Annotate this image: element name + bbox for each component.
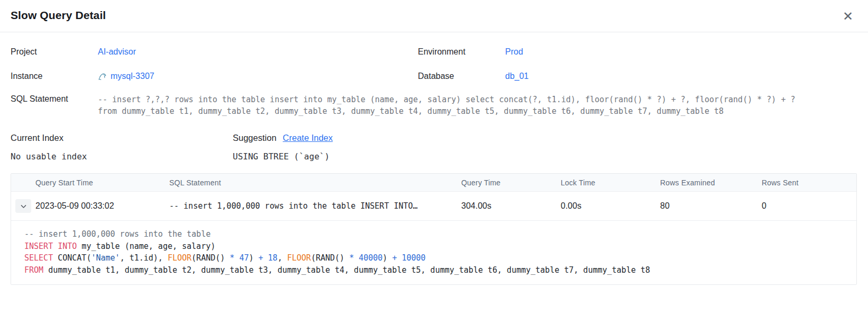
table-row: 2023-05-09 00:33:02 -- insert 1,000,000 … (11, 192, 856, 221)
cell-query-time: 304.00s (461, 201, 561, 211)
mysql-dolphin-icon (98, 72, 107, 81)
cell-rows-examined: 80 (660, 201, 762, 211)
index-section: Current Index Suggestion Create Index No… (11, 133, 857, 162)
cell-lock-time: 0.00s (561, 201, 660, 211)
sql-statement-label: SQL Statement (11, 94, 98, 104)
create-index-link[interactable]: Create Index (283, 133, 333, 143)
dialog-header: Slow Query Detail ✕ (0, 0, 868, 32)
project-link[interactable]: AI-advisor (98, 47, 418, 57)
close-icon[interactable]: ✕ (840, 9, 855, 24)
suggestion-label: Suggestion (233, 133, 277, 143)
suggestion-value: USING BTREE (`age`) (233, 151, 857, 162)
environment-label: Environment (418, 47, 505, 57)
current-index-label: Current Index (11, 133, 233, 143)
sql-statement-digest: -- insert ?,?,? rows into the table inse… (98, 94, 812, 117)
instance-label: Instance (11, 71, 98, 81)
project-label: Project (11, 47, 98, 57)
col-query-time: Query Time (461, 178, 561, 187)
col-rows-examined: Rows Examined (660, 178, 762, 187)
page-title: Slow Query Detail (11, 9, 106, 22)
col-rows-sent: Rows Sent (762, 178, 856, 187)
slow-query-table: Query Start Time SQL Statement Query Tim… (11, 173, 857, 285)
cell-query-start-time: 2023-05-09 00:33:02 (35, 201, 169, 211)
col-sql-statement: SQL Statement (169, 178, 461, 187)
meta-grid: Project AI-advisor Environment Prod Inst… (11, 47, 857, 81)
sql-code-line: FROM dummy_table t1, dummy_table t2, dum… (24, 264, 846, 276)
table-header-row: Query Start Time SQL Statement Query Tim… (11, 174, 856, 192)
database-label: Database (418, 71, 505, 81)
sql-statement-section: SQL Statement -- insert ?,?,? rows into … (11, 94, 857, 117)
expanded-sql: -- insert 1,000,000 rows into the tableI… (11, 221, 856, 284)
sql-code-line: SELECT CONCAT('Name', t1.id), FLOOR(RAND… (24, 252, 846, 264)
current-index-value: No usable index (11, 151, 233, 162)
cell-rows-sent: 0 (762, 201, 856, 211)
cell-sql-statement: -- insert 1,000,000 rows into the table … (169, 201, 461, 211)
chevron-down-icon[interactable] (15, 199, 31, 213)
col-lock-time: Lock Time (561, 178, 660, 187)
instance-link[interactable]: mysql-3307 (111, 71, 154, 81)
col-query-start-time: Query Start Time (35, 178, 169, 187)
sql-code-line: INSERT INTO my_table (name, age, salary) (24, 240, 846, 253)
sql-code-line: -- insert 1,000,000 rows into the table (24, 228, 846, 240)
database-link[interactable]: db_01 (505, 71, 857, 81)
environment-link[interactable]: Prod (505, 47, 857, 57)
